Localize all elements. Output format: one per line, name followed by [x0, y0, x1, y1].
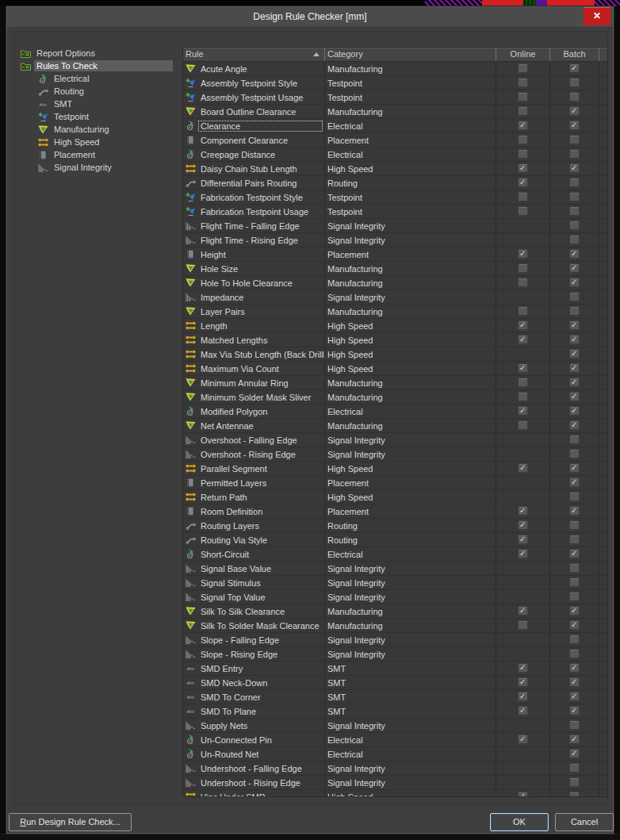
batch-checkbox[interactable] — [569, 78, 580, 88]
batch-checkbox[interactable] — [569, 106, 580, 117]
rule-cell[interactable]: Slope - Rising Edge — [183, 647, 324, 661]
online-checkbox[interactable] — [518, 149, 528, 159]
batch-checkbox[interactable] — [569, 420, 580, 431]
rule-cell[interactable]: Daisy Chain Stub Length — [183, 162, 324, 175]
rule-cell[interactable]: Assembly Testpoint Style — [183, 76, 324, 90]
column-header-rule[interactable]: Rule — [183, 48, 324, 61]
online-checkbox[interactable] — [518, 106, 528, 117]
online-checkbox[interactable] — [518, 78, 528, 88]
rule-cell[interactable]: Slope - Falling Edge — [183, 633, 324, 646]
rule-row-creepage-distance[interactable]: Creepage DistanceElectrical — [183, 148, 607, 162]
batch-checkbox[interactable] — [569, 92, 580, 102]
run-design-rule-check-button[interactable]: Run Design Rule Check... — [9, 813, 132, 831]
batch-checkbox[interactable] — [569, 492, 580, 502]
rule-cell[interactable]: Height — [183, 247, 324, 261]
rule-cell[interactable]: Routing Via Style — [183, 533, 324, 547]
column-header-batch[interactable]: Batch — [549, 48, 599, 61]
rule-cell[interactable]: SMD Entry — [183, 662, 324, 675]
rule-cell[interactable]: Routing Layers — [183, 519, 324, 532]
online-checkbox[interactable] — [518, 363, 528, 374]
rule-row-assembly-testpoint-style[interactable]: Assembly Testpoint StyleTestpoint — [183, 76, 607, 90]
rule-row-overshoot-rising-edge[interactable]: Overshoot - Rising EdgeSignal Integrity — [183, 447, 607, 462]
online-checkbox[interactable] — [518, 392, 528, 402]
batch-checkbox[interactable] — [569, 549, 580, 559]
batch-checkbox[interactable] — [569, 135, 580, 145]
rule-cell[interactable]: Undershoot - Rising Edge — [183, 776, 324, 789]
online-checkbox[interactable] — [518, 420, 528, 431]
online-checkbox[interactable] — [518, 263, 528, 274]
batch-checkbox[interactable] — [569, 720, 580, 731]
rule-cell[interactable]: Silk To Silk Clearance — [183, 604, 324, 618]
rule-row-modified-polygon[interactable]: Modified PolygonElectrical — [183, 405, 607, 419]
rule-row-slope-falling-edge[interactable]: Slope - Falling EdgeSignal Integrity — [183, 633, 607, 647]
batch-checkbox[interactable] — [569, 677, 580, 688]
rule-row-smd-to-corner[interactable]: SMD To CornerSMT — [183, 690, 607, 704]
rule-cell[interactable]: Fabrication Testpoint Usage — [183, 205, 324, 218]
column-header-category[interactable]: Category — [324, 48, 496, 61]
rule-cell[interactable]: Return Path — [183, 490, 324, 504]
rule-row-acute-angle[interactable]: Acute AngleManufacturing — [183, 62, 607, 76]
rule-row-undershoot-falling-edge[interactable]: Undershoot - Falling EdgeSignal Integrit… — [183, 761, 607, 776]
batch-checkbox[interactable] — [569, 163, 580, 174]
batch-checkbox[interactable] — [569, 563, 580, 573]
online-checkbox[interactable] — [518, 792, 528, 797]
rule-row-differential-pairs-routing[interactable]: Differential Pairs RoutingRouting — [183, 176, 607, 190]
batch-checkbox[interactable] — [569, 278, 580, 288]
rule-row-un-routed-net[interactable]: Un-Routed NetElectrical — [183, 747, 607, 761]
batch-checkbox[interactable] — [569, 635, 580, 645]
rule-cell[interactable]: Creepage Distance — [183, 148, 324, 161]
rule-row-fabrication-testpoint-usage[interactable]: Fabrication Testpoint UsageTestpoint — [183, 205, 607, 219]
rule-row-minimum-annular-ring[interactable]: Minimum Annular RingManufacturing — [183, 376, 607, 390]
rule-row-maximum-via-count[interactable]: Maximum Via CountHigh Speed — [183, 362, 607, 376]
rule-row-clearance[interactable]: ClearanceElectrical — [183, 119, 607, 133]
batch-checkbox[interactable] — [569, 792, 580, 797]
batch-checkbox[interactable] — [569, 335, 580, 345]
online-checkbox[interactable] — [518, 735, 528, 745]
rule-cell[interactable]: Overshoot - Rising Edge — [183, 447, 324, 461]
online-checkbox[interactable] — [518, 620, 528, 631]
rule-cell[interactable]: Clearance — [183, 119, 324, 132]
online-checkbox[interactable] — [518, 206, 528, 217]
batch-checkbox[interactable] — [569, 263, 580, 274]
rule-row-flight-time-falling-edge[interactable]: Flight Time - Falling EdgeSignal Integri… — [183, 219, 607, 233]
rule-cell[interactable]: SMD To Corner — [183, 690, 324, 704]
online-checkbox[interactable] — [518, 63, 528, 74]
rule-cell[interactable]: Board Outline Clearance — [183, 105, 324, 118]
rule-cell[interactable]: SMD Neck-Down — [183, 676, 324, 689]
batch-checkbox[interactable] — [569, 506, 580, 516]
rule-row-short-circuit[interactable]: Short-CircuitElectrical — [183, 547, 607, 562]
rule-row-supply-nets[interactable]: Supply NetsSignal Integrity — [183, 719, 607, 733]
online-checkbox[interactable] — [518, 378, 528, 388]
batch-checkbox[interactable] — [569, 206, 580, 217]
rule-cell[interactable]: Un-Connected Pin — [183, 733, 324, 746]
ok-button[interactable]: OK — [490, 813, 549, 831]
batch-checkbox[interactable] — [569, 320, 580, 331]
online-checkbox[interactable] — [518, 163, 528, 174]
column-header-online[interactable]: Online — [496, 48, 549, 61]
batch-checkbox[interactable] — [569, 577, 580, 588]
sidebar-item-signal-integrity[interactable]: Signal Integrity — [16, 161, 173, 174]
rule-row-undershoot-rising-edge[interactable]: Undershoot - Rising EdgeSignal Integrity — [183, 776, 607, 790]
close-button[interactable]: ✕ — [584, 7, 610, 25]
batch-checkbox[interactable] — [569, 449, 580, 459]
online-checkbox[interactable] — [518, 278, 528, 288]
rule-row-max-via-stub-length-back-drilling[interactable]: Max Via Stub Length (Back Drilling)High … — [183, 347, 607, 362]
online-checkbox[interactable] — [518, 663, 528, 673]
rule-cell[interactable]: Hole To Hole Clearance — [183, 276, 324, 290]
batch-checkbox[interactable] — [569, 692, 580, 702]
batch-checkbox[interactable] — [569, 649, 580, 659]
rule-cell[interactable]: Maximum Via Count — [183, 362, 324, 375]
online-checkbox[interactable] — [518, 406, 528, 416]
rule-row-net-antennae[interactable]: Net AntennaeManufacturing — [183, 419, 607, 433]
rule-cell[interactable]: Flight Time - Falling Edge — [183, 219, 324, 232]
rule-cell[interactable]: Un-Routed Net — [183, 747, 324, 761]
rule-row-hole-to-hole-clearance[interactable]: Hole To Hole ClearanceManufacturing — [183, 276, 607, 290]
rule-cell[interactable]: Supply Nets — [183, 719, 324, 732]
rule-row-return-path[interactable]: Return PathHigh Speed — [183, 490, 607, 504]
rule-row-layer-pairs[interactable]: Layer PairsManufacturing — [183, 305, 607, 319]
batch-checkbox[interactable] — [569, 249, 580, 259]
rule-row-silk-to-solder-mask-clearance[interactable]: Silk To Solder Mask ClearanceManufacturi… — [183, 619, 607, 633]
rule-row-length[interactable]: LengthHigh Speed — [183, 319, 607, 333]
rule-cell[interactable]: Overshoot - Falling Edge — [183, 433, 324, 447]
rule-row-signal-top-value[interactable]: Signal Top ValueSignal Integrity — [183, 590, 607, 604]
